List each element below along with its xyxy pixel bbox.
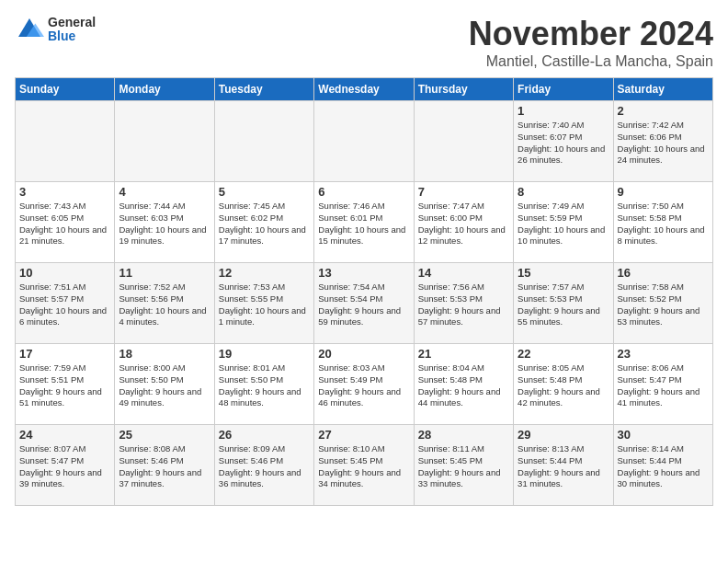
calendar-day-cell: 16Sunrise: 7:58 AMSunset: 5:52 PMDayligh… <box>613 263 712 344</box>
calendar-day-cell: 17Sunrise: 7:59 AMSunset: 5:51 PMDayligh… <box>16 344 115 425</box>
calendar-day-cell: 21Sunrise: 8:04 AMSunset: 5:48 PMDayligh… <box>414 344 513 425</box>
day-info: Sunrise: 8:00 AMSunset: 5:50 PMDaylight:… <box>119 362 210 409</box>
day-info: Sunrise: 7:52 AMSunset: 5:56 PMDaylight:… <box>119 282 210 328</box>
month-title: November 2024 <box>469 15 713 53</box>
day-info: Sunrise: 8:14 AMSunset: 5:44 PMDaylight:… <box>618 443 709 490</box>
weekday-header-cell: Friday <box>514 78 613 101</box>
day-info: Sunrise: 8:04 AMSunset: 5:48 PMDaylight:… <box>418 362 509 409</box>
day-number: 26 <box>219 428 310 442</box>
day-info: Sunrise: 8:09 AMSunset: 5:46 PMDaylight:… <box>219 443 310 490</box>
day-number: 15 <box>518 266 609 280</box>
day-number: 24 <box>19 428 110 442</box>
calendar-day-cell: 13Sunrise: 7:54 AMSunset: 5:54 PMDayligh… <box>314 263 414 344</box>
calendar-day-cell: 4Sunrise: 7:44 AMSunset: 6:03 PMDaylight… <box>115 182 214 263</box>
calendar-day-cell: 23Sunrise: 8:06 AMSunset: 5:47 PMDayligh… <box>613 344 712 425</box>
day-info: Sunrise: 8:07 AMSunset: 5:47 PMDaylight:… <box>19 443 110 490</box>
day-number: 14 <box>418 266 509 280</box>
day-info: Sunrise: 7:46 AMSunset: 6:01 PMDaylight:… <box>318 201 409 247</box>
calendar-day-cell: 15Sunrise: 7:57 AMSunset: 5:53 PMDayligh… <box>514 263 613 344</box>
logo-icon <box>15 15 44 44</box>
day-number: 29 <box>518 428 609 442</box>
weekday-header-cell: Sunday <box>16 78 115 101</box>
day-info: Sunrise: 8:01 AMSunset: 5:50 PMDaylight:… <box>219 362 310 409</box>
day-number: 9 <box>618 185 709 199</box>
day-info: Sunrise: 7:58 AMSunset: 5:52 PMDaylight:… <box>618 282 709 328</box>
weekday-header-cell: Wednesday <box>314 78 414 101</box>
calendar-day-cell <box>115 101 214 182</box>
logo-blue-text: Blue <box>48 29 96 43</box>
day-info: Sunrise: 7:44 AMSunset: 6:03 PMDaylight:… <box>119 201 210 247</box>
calendar-week-row: 24Sunrise: 8:07 AMSunset: 5:47 PMDayligh… <box>16 425 713 506</box>
calendar-day-cell: 6Sunrise: 7:46 AMSunset: 6:01 PMDaylight… <box>314 182 414 263</box>
day-number: 11 <box>119 266 210 280</box>
day-info: Sunrise: 7:50 AMSunset: 5:58 PMDaylight:… <box>618 201 709 247</box>
day-info: Sunrise: 7:51 AMSunset: 5:57 PMDaylight:… <box>19 282 110 328</box>
calendar-day-cell: 9Sunrise: 7:50 AMSunset: 5:58 PMDaylight… <box>613 182 712 263</box>
location-title: Mantiel, Castille-La Mancha, Spain <box>469 53 713 70</box>
day-number: 13 <box>318 266 409 280</box>
calendar-week-row: 10Sunrise: 7:51 AMSunset: 5:57 PMDayligh… <box>16 263 713 344</box>
day-info: Sunrise: 8:11 AMSunset: 5:45 PMDaylight:… <box>418 443 509 490</box>
weekday-header-cell: Tuesday <box>214 78 313 101</box>
day-info: Sunrise: 8:03 AMSunset: 5:49 PMDaylight:… <box>318 362 409 409</box>
day-number: 21 <box>418 347 509 361</box>
day-number: 5 <box>219 185 310 199</box>
calendar-day-cell <box>16 101 115 182</box>
calendar-day-cell: 22Sunrise: 8:05 AMSunset: 5:48 PMDayligh… <box>514 344 613 425</box>
day-info: Sunrise: 7:54 AMSunset: 5:54 PMDaylight:… <box>318 282 409 328</box>
day-number: 22 <box>518 347 609 361</box>
calendar-table: SundayMondayTuesdayWednesdayThursdayFrid… <box>15 77 713 506</box>
day-number: 8 <box>518 185 609 199</box>
day-number: 23 <box>618 347 709 361</box>
calendar-week-row: 17Sunrise: 7:59 AMSunset: 5:51 PMDayligh… <box>16 344 713 425</box>
calendar-day-cell: 11Sunrise: 7:52 AMSunset: 5:56 PMDayligh… <box>115 263 214 344</box>
day-info: Sunrise: 7:42 AMSunset: 6:06 PMDaylight:… <box>618 120 709 167</box>
weekday-header-cell: Saturday <box>613 78 712 101</box>
calendar-day-cell: 29Sunrise: 8:13 AMSunset: 5:44 PMDayligh… <box>514 425 613 506</box>
calendar-day-cell <box>414 101 513 182</box>
day-info: Sunrise: 7:57 AMSunset: 5:53 PMDaylight:… <box>518 282 609 328</box>
day-info: Sunrise: 8:06 AMSunset: 5:47 PMDaylight:… <box>618 362 709 409</box>
title-area: November 2024 Mantiel, Castille-La Manch… <box>469 15 713 70</box>
calendar-day-cell: 20Sunrise: 8:03 AMSunset: 5:49 PMDayligh… <box>314 344 414 425</box>
day-number: 7 <box>418 185 509 199</box>
calendar-day-cell: 30Sunrise: 8:14 AMSunset: 5:44 PMDayligh… <box>613 425 712 506</box>
day-number: 19 <box>219 347 310 361</box>
day-number: 3 <box>19 185 110 199</box>
weekday-header-row: SundayMondayTuesdayWednesdayThursdayFrid… <box>16 78 713 101</box>
logo-general-text: General <box>48 16 96 29</box>
day-info: Sunrise: 7:56 AMSunset: 5:53 PMDaylight:… <box>418 282 509 328</box>
calendar-day-cell: 2Sunrise: 7:42 AMSunset: 6:06 PMDaylight… <box>613 101 712 182</box>
day-number: 12 <box>219 266 310 280</box>
calendar-day-cell: 1Sunrise: 7:40 AMSunset: 6:07 PMDaylight… <box>514 101 613 182</box>
calendar-day-cell: 12Sunrise: 7:53 AMSunset: 5:55 PMDayligh… <box>214 263 313 344</box>
calendar-week-row: 1Sunrise: 7:40 AMSunset: 6:07 PMDaylight… <box>16 101 713 182</box>
day-info: Sunrise: 7:47 AMSunset: 6:00 PMDaylight:… <box>418 201 509 247</box>
calendar-day-cell: 5Sunrise: 7:45 AMSunset: 6:02 PMDaylight… <box>214 182 313 263</box>
calendar-day-cell: 10Sunrise: 7:51 AMSunset: 5:57 PMDayligh… <box>16 263 115 344</box>
logo-text: General Blue <box>48 16 96 44</box>
calendar-week-row: 3Sunrise: 7:43 AMSunset: 6:05 PMDaylight… <box>16 182 713 263</box>
calendar-day-cell: 8Sunrise: 7:49 AMSunset: 5:59 PMDaylight… <box>514 182 613 263</box>
day-number: 10 <box>19 266 110 280</box>
calendar-day-cell: 25Sunrise: 8:08 AMSunset: 5:46 PMDayligh… <box>115 425 214 506</box>
weekday-header-cell: Thursday <box>414 78 513 101</box>
day-info: Sunrise: 7:49 AMSunset: 5:59 PMDaylight:… <box>518 201 609 247</box>
day-number: 4 <box>119 185 210 199</box>
calendar-day-cell: 27Sunrise: 8:10 AMSunset: 5:45 PMDayligh… <box>314 425 414 506</box>
day-number: 1 <box>518 104 609 118</box>
day-info: Sunrise: 7:45 AMSunset: 6:02 PMDaylight:… <box>219 201 310 247</box>
day-number: 6 <box>318 185 409 199</box>
calendar-body: 1Sunrise: 7:40 AMSunset: 6:07 PMDaylight… <box>16 101 713 506</box>
day-number: 17 <box>19 347 110 361</box>
day-info: Sunrise: 8:05 AMSunset: 5:48 PMDaylight:… <box>518 362 609 409</box>
day-number: 27 <box>318 428 409 442</box>
day-info: Sunrise: 8:10 AMSunset: 5:45 PMDaylight:… <box>318 443 409 490</box>
calendar-day-cell <box>214 101 313 182</box>
day-number: 28 <box>418 428 509 442</box>
day-number: 25 <box>119 428 210 442</box>
day-info: Sunrise: 7:43 AMSunset: 6:05 PMDaylight:… <box>19 201 110 247</box>
calendar-day-cell: 24Sunrise: 8:07 AMSunset: 5:47 PMDayligh… <box>16 425 115 506</box>
day-number: 18 <box>119 347 210 361</box>
calendar-day-cell: 14Sunrise: 7:56 AMSunset: 5:53 PMDayligh… <box>414 263 513 344</box>
